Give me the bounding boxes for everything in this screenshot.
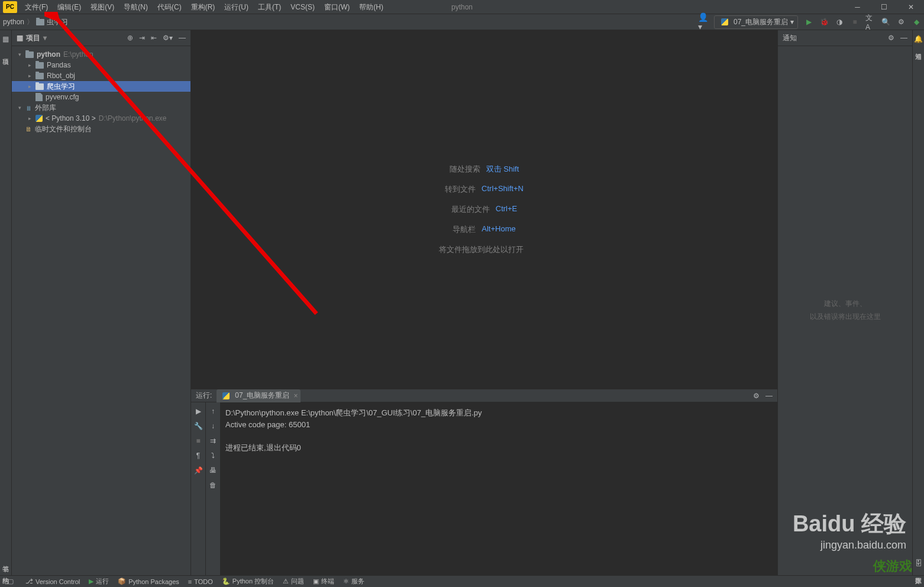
menu-vcs[interactable]: VCS(S) — [286, 0, 319, 14]
project-tool-button[interactable]: ▦ — [0, 33, 12, 45]
notif-tab[interactable]: 通知 — [914, 45, 923, 51]
run-toolbar-right: ↑ ↓ ⇉ ⤵ 🖶 🗑 — [206, 402, 221, 575]
tree-folder-rbot[interactable]: ▸ Rbot_obj — [12, 70, 190, 81]
console-line: D:\Python\python.exe E:\python\爬虫学习\07_G… — [225, 407, 773, 419]
db-tab[interactable]: 数据库 — [914, 569, 923, 575]
sb-pyconsole[interactable]: 🐍Python 控制台 — [222, 577, 274, 586]
project-panel: ▦项目 ▾ ⊕ ⇥ ⇤ ⚙▾ — ▾ python E:\python ▸ Pa… — [12, 30, 191, 575]
up-icon[interactable]: ↑ — [207, 405, 219, 417]
panel-settings-icon[interactable]: ⚙▾ — [163, 34, 173, 42]
chevron-right-icon: 〉 — [27, 17, 34, 27]
minimize-button[interactable]: ─ — [844, 0, 871, 14]
sb-problems[interactable]: ⚠问题 — [283, 577, 304, 586]
stop-button[interactable]: ■ — [850, 17, 860, 27]
project-tree[interactable]: ▾ python E:\python ▸ Pandas ▸ Rbot_obj ▸… — [12, 46, 190, 137]
project-panel-title: 项目 — [26, 33, 40, 43]
down-icon[interactable]: ↓ — [207, 420, 219, 432]
close-button[interactable]: ✕ — [897, 0, 924, 14]
console-line: Active code page: 65001 — [225, 419, 773, 431]
menu-file[interactable]: 文件(F) — [20, 0, 53, 14]
wrench-icon[interactable]: 🔧 — [192, 420, 204, 432]
sb-version-control[interactable]: ⎇Version Control — [25, 578, 80, 585]
sb-packages[interactable]: 📦Python Packages — [118, 578, 179, 585]
menu-view[interactable]: 视图(V) — [86, 0, 119, 14]
tree-root-label: python — [37, 50, 60, 59]
shield-icon[interactable]: ◆ — [912, 17, 921, 27]
sb-services[interactable]: ⚛服务 — [343, 577, 364, 586]
tree-scratch[interactable]: 🗎 临时文件和控制台 — [12, 124, 190, 134]
run-settings-icon[interactable]: ⚙ — [753, 392, 760, 400]
tool-window-icon[interactable]: ▢ — [5, 576, 17, 588]
menu-code[interactable]: 代码(C) — [153, 0, 186, 14]
chevron-down-icon[interactable]: ▾ — [43, 34, 47, 42]
hide-run-icon[interactable]: — — [765, 392, 773, 400]
console-output[interactable]: D:\Python\python.exe E:\python\爬虫学习\07_G… — [221, 402, 777, 575]
statusbar: ▢ ⎇Version Control ▶运行 📦Python Packages … — [0, 575, 924, 587]
menu-tools[interactable]: 工具(T) — [253, 0, 286, 14]
close-tab-icon[interactable]: × — [293, 392, 298, 400]
user-icon[interactable]: 👤▾ — [699, 17, 708, 27]
trash-icon[interactable]: 🗑 — [207, 479, 219, 491]
right-gutter: 🔔 通知 🗄 数据库 — [912, 30, 924, 575]
translate-icon[interactable]: 文A — [865, 17, 875, 27]
hide-notif-icon[interactable]: — — [900, 34, 907, 42]
run-button[interactable]: ▶ — [804, 17, 813, 27]
tree-python-interp[interactable]: ▸ < Python 3.10 > D:\Python\python.exe — [12, 113, 190, 124]
search-icon[interactable]: 🔍 — [881, 17, 890, 27]
hint-search-label: 随处搜索 — [450, 164, 480, 175]
collapse-all-icon[interactable]: ⇤ — [151, 34, 157, 42]
pin-icon[interactable]: 📌 — [192, 465, 204, 476]
breadcrumb[interactable]: python 〉 虫学习 — [3, 17, 68, 27]
breadcrumb-root[interactable]: python — [3, 18, 24, 26]
breadcrumb-folder[interactable]: 虫学习 — [47, 17, 68, 27]
hide-panel-icon[interactable]: — — [179, 34, 186, 42]
tree-folder-pandas[interactable]: ▸ Pandas — [12, 60, 190, 70]
menu-run[interactable]: 运行(U) — [219, 0, 253, 14]
coverage-button[interactable]: ◑ — [835, 17, 844, 27]
tree-root[interactable]: ▾ python E:\python — [12, 49, 190, 60]
settings-icon[interactable]: ⚙ — [896, 17, 906, 27]
sb-todo[interactable]: ≡TODO — [188, 578, 213, 585]
sb-run[interactable]: ▶运行 — [89, 577, 109, 586]
notif-empty-line2: 以及错误将出现在这里 — [810, 311, 881, 324]
window-title: python — [451, 3, 473, 11]
expand-all-icon[interactable]: ⇥ — [139, 34, 145, 42]
project-window-icon: ▦ — [17, 34, 23, 42]
chevron-right-icon: ▸ — [27, 62, 33, 68]
tree-path: D:\Python\python.exe — [99, 114, 167, 122]
menu-edit[interactable]: 编辑(E) — [53, 0, 86, 14]
scroll-icon[interactable]: ⤵ — [207, 450, 219, 462]
bell-icon[interactable]: 🔔 — [913, 33, 925, 45]
stop-icon[interactable]: ■ — [192, 435, 204, 447]
structure-tab[interactable]: 结构 — [1, 569, 10, 575]
services-icon: ⚛ — [343, 578, 349, 585]
project-tab[interactable]: 项目 — [1, 51, 10, 57]
menu-help[interactable]: 帮助(H) — [354, 0, 388, 14]
tree-label: < Python 3.10 > — [46, 114, 96, 122]
select-opened-icon[interactable]: ⊕ — [127, 34, 133, 42]
chevron-right-icon: ▸ — [27, 73, 33, 79]
debug-button[interactable]: 🐞 — [819, 17, 829, 27]
todo-icon: ≡ — [188, 578, 192, 585]
menu-navigate[interactable]: 导航(N) — [119, 0, 153, 14]
tree-external-libs[interactable]: ▾ ⫼ 外部库 — [12, 102, 190, 113]
tree-folder-crawler[interactable]: ▸ 爬虫学习 — [12, 81, 190, 92]
hint-recent-label: 最近的文件 — [451, 204, 490, 215]
console-line: 进程已结束,退出代码0 — [225, 442, 773, 454]
run-config-selector[interactable]: 07_电脑服务重启 ▾ — [714, 15, 798, 29]
menu-refactor[interactable]: 重构(R) — [186, 0, 220, 14]
tree-label: 爬虫学习 — [47, 82, 75, 92]
softwrap-icon[interactable]: ⇉ — [207, 435, 219, 447]
print-icon[interactable]: 🖶 — [207, 465, 219, 476]
bookmarks-tab[interactable]: 书签 — [1, 557, 10, 563]
run-tab[interactable]: 07_电脑服务重启 × — [217, 389, 301, 402]
maximize-button[interactable]: ☐ — [871, 0, 897, 14]
db-icon[interactable]: 🗄 — [913, 557, 925, 569]
branch-icon: ⎇ — [25, 578, 33, 585]
rerun-button[interactable]: ▶ — [192, 405, 204, 417]
layout-icon[interactable]: ¶ — [192, 450, 204, 462]
menu-window[interactable]: 窗口(W) — [319, 0, 354, 14]
sb-terminal[interactable]: ▣终端 — [313, 577, 334, 586]
notif-settings-icon[interactable]: ⚙ — [888, 34, 894, 42]
tree-file-pyvenv[interactable]: pyvenv.cfg — [12, 92, 190, 102]
